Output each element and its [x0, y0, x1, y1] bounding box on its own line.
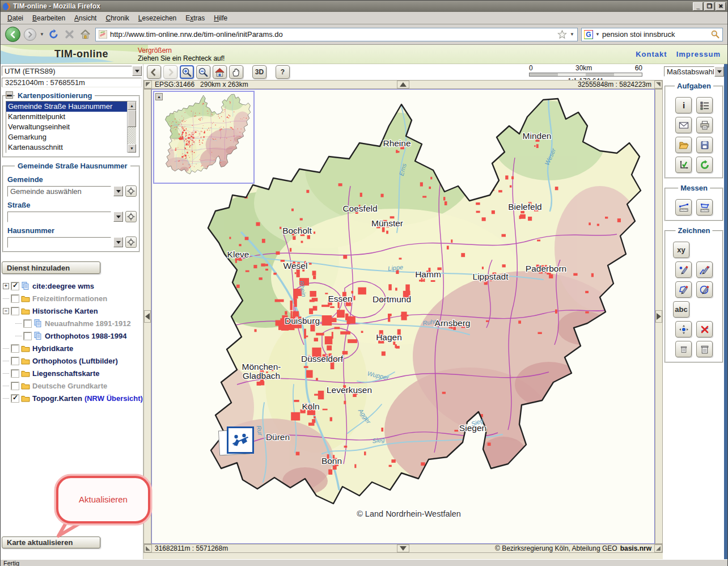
measure-area-button[interactable]	[696, 199, 713, 216]
scroll-up-icon[interactable]: ▲	[128, 102, 136, 110]
layer-checkbox[interactable]	[11, 295, 19, 302]
layer-checkbox[interactable]	[11, 345, 19, 352]
scroll-down-icon[interactable]: ▼	[128, 144, 136, 153]
close-button[interactable]: ✕	[716, 2, 726, 11]
back-history-dropdown[interactable]: ▼	[40, 32, 44, 37]
gemeinde-locate-button[interactable]	[125, 185, 137, 197]
pan-west-button[interactable]	[144, 310, 151, 323]
layer-label[interactable]: Liegenschaftskarte	[32, 369, 100, 378]
back-button[interactable]	[5, 27, 20, 42]
zoom-in-button[interactable]	[180, 65, 194, 79]
layer-label[interactable]: Deutsche Grundkarte	[32, 382, 107, 390]
collapse-panel-button[interactable]: ▬	[6, 91, 13, 99]
menu-item-datei[interactable]: Datei	[3, 12, 28, 24]
zoom-out-button[interactable]	[196, 65, 210, 79]
print-button[interactable]	[696, 117, 713, 133]
pan-southeast-button[interactable]	[654, 544, 662, 552]
stop-button[interactable]	[64, 28, 76, 41]
kontakt-link[interactable]: Kontakt	[636, 50, 667, 58]
minimize-button[interactable]: _	[693, 2, 703, 11]
scrollbar-track[interactable]	[128, 127, 136, 144]
delete-point-button[interactable]	[696, 321, 713, 337]
pan-northwest-button[interactable]	[144, 81, 152, 88]
draw-point-button[interactable]	[675, 261, 692, 278]
layer-checkbox[interactable]	[11, 382, 19, 390]
search-engine-icon[interactable]: G	[584, 30, 593, 39]
crs-select[interactable]: UTM (ETRS89)	[2, 66, 142, 76]
pan-button[interactable]	[229, 65, 243, 79]
coordinate-transform-button[interactable]	[675, 157, 692, 173]
pan-east-button[interactable]	[655, 310, 662, 323]
pan-northeast-button[interactable]	[654, 81, 662, 88]
menu-item-bearbeiten[interactable]: Bearbeiten	[28, 12, 70, 24]
url-text[interactable]: http://www.tim-online.nrw.de/tim-online/…	[110, 30, 555, 39]
refresh-button[interactable]	[696, 157, 713, 173]
home-extent-button[interactable]	[213, 65, 227, 79]
home-button[interactable]	[79, 28, 92, 41]
search-go-icon[interactable]	[710, 29, 720, 39]
save-project-button[interactable]	[696, 137, 713, 153]
positioning-option[interactable]: Kartenausschnitt	[6, 142, 127, 153]
hausnummer-locate-button[interactable]	[125, 236, 137, 248]
tree-expander-icon[interactable]: −	[3, 308, 9, 314]
scrollbar-thumb[interactable]	[128, 110, 136, 127]
gemeinde-dropdown-button[interactable]	[113, 186, 123, 196]
info-button[interactable]: i	[675, 97, 692, 113]
positioning-option[interactable]: Verwaltungseinheit	[6, 122, 127, 132]
straße-locate-button[interactable]	[125, 211, 137, 222]
scale-dropdown-button[interactable]	[714, 66, 724, 77]
layer-checkbox[interactable]	[11, 395, 19, 402]
layer-checkbox[interactable]	[11, 307, 19, 315]
layer-label[interactable]: Hybridkarte	[32, 344, 73, 353]
move-geometry-button[interactable]	[675, 321, 692, 337]
crs-select-value[interactable]: UTM (ETRS89)	[2, 66, 132, 76]
crs-dropdown-button[interactable]	[132, 66, 142, 76]
draw-text-button-button[interactable]: abc	[673, 301, 689, 318]
help-button-button[interactable]: ?	[276, 65, 290, 79]
pan-southwest-button[interactable]	[144, 544, 152, 552]
layer-label[interactable]: Historische Karten	[32, 307, 98, 315]
layer-link[interactable]: (NRW Übersicht)	[84, 394, 143, 403]
gemeinde-select-value[interactable]: Gemeinde auswählen	[7, 186, 111, 197]
menu-item-lesezeichen[interactable]: Lesezeichen	[134, 12, 181, 24]
layer-label[interactable]: cite:deegree wms	[32, 282, 94, 290]
update-map-button[interactable]: Karte aktualisieren	[2, 537, 100, 548]
map-canvas[interactable]: EmsWeserLippeRuhrWupperSiegSiegAggerRurR…	[151, 89, 655, 544]
legend-button[interactable]	[696, 97, 713, 113]
layer-label[interactable]: Topogr.Karten	[32, 394, 82, 403]
scale-select-value[interactable]: Maßstabswahl	[664, 66, 714, 77]
straße-select-value[interactable]	[7, 212, 111, 222]
reload-button[interactable]	[48, 28, 60, 41]
layer-checkbox[interactable]	[11, 370, 19, 377]
measure-distance-button[interactable]	[675, 199, 692, 216]
back-button[interactable]	[147, 65, 161, 79]
menu-item-chronik[interactable]: Chronik	[101, 12, 133, 24]
layer-label[interactable]: Freizeitinformationen	[32, 294, 107, 303]
forward-button[interactable]	[24, 28, 36, 41]
positioning-option[interactable]: Gemeinde Straße Hausnummer	[6, 102, 127, 112]
hausnummer-dropdown-button[interactable]	[113, 237, 123, 247]
draw-polygon-button[interactable]	[675, 281, 692, 298]
tree-expander-icon[interactable]: +	[3, 283, 9, 289]
draw-circle-button[interactable]	[696, 281, 713, 298]
straße-dropdown-button[interactable]	[113, 212, 123, 222]
search-bar[interactable]: G ▼ pension stoi innsbruck	[581, 28, 723, 41]
layer-checkbox[interactable]	[24, 320, 31, 327]
menu-item-hilfe[interactable]: Hilfe	[209, 12, 232, 24]
scale-select[interactable]: Maßstabswahl	[664, 66, 724, 77]
pan-north-button[interactable]	[397, 81, 409, 88]
impressum-link[interactable]: Impressum	[676, 50, 721, 58]
restore-button[interactable]: ❐	[704, 2, 714, 11]
layer-checkbox[interactable]	[11, 282, 19, 290]
view-3d-button-button[interactable]: 3D	[252, 65, 266, 79]
forward-button[interactable]	[163, 65, 177, 79]
url-bar[interactable]: http://www.tim-online.nrw.de/tim-online/…	[95, 28, 578, 41]
delete-one-button[interactable]	[675, 341, 692, 357]
layer-checkbox[interactable]	[11, 357, 19, 365]
overview-map[interactable]: ▲	[153, 91, 255, 184]
bookmark-dropdown[interactable]: ▼	[570, 32, 574, 37]
positioning-option[interactable]: Gemarkung	[6, 132, 127, 142]
menu-item-ansicht[interactable]: Ansicht	[70, 12, 101, 24]
bookmark-star-icon[interactable]	[557, 29, 567, 39]
draw-line-button[interactable]	[696, 261, 713, 278]
